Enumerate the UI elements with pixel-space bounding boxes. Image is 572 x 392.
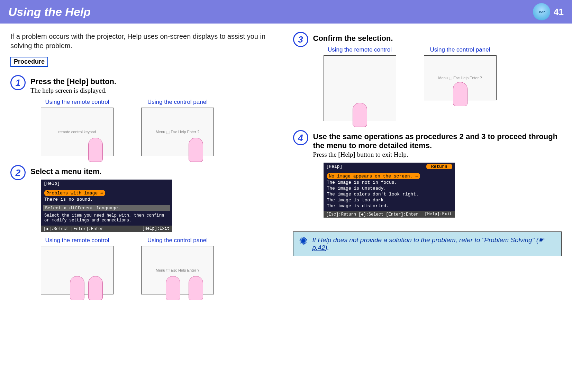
intro-text: If a problem occurs with the projector, … bbox=[10, 32, 279, 51]
step-4-subtitle: Press the [Help] button to exit Help. bbox=[313, 151, 562, 158]
step-1-subtitle: The help screen is displayed. bbox=[30, 87, 279, 94]
top-nav-block: TOP 41 bbox=[533, 3, 564, 20]
remote-control-illustration: remote control keypad bbox=[41, 108, 114, 156]
help-item: The image is distorted. bbox=[326, 203, 453, 209]
remote-caption: Using the remote control bbox=[324, 46, 396, 53]
top-icon[interactable]: TOP bbox=[533, 3, 550, 20]
help-item: The image is unsteady. bbox=[326, 185, 453, 191]
finger-pointer-icon bbox=[70, 276, 84, 300]
procedure-heading: Procedure bbox=[10, 57, 48, 67]
help-hint: Select the item you need help with, then… bbox=[43, 212, 170, 224]
help-item: There is no sound. bbox=[43, 197, 170, 202]
help-footer-left: [Esc]:Return [◆]:Select [Enter]:Enter bbox=[326, 212, 418, 217]
finger-pointer-icon bbox=[166, 276, 180, 300]
help-item-grey: Select a different language. bbox=[43, 205, 170, 211]
panel-controls-label: Menu ⬚ Esc Help Enter ? bbox=[438, 76, 482, 80]
left-column: If a problem occurs with the projector, … bbox=[10, 32, 279, 303]
remote-keypad-label: remote control keypad bbox=[58, 130, 96, 134]
help-item-selected: No image appears on the screen. ⏎ bbox=[327, 173, 420, 179]
help-item: The image is too dark. bbox=[326, 197, 453, 203]
panel-caption: Using the control panel bbox=[424, 46, 497, 53]
step-number-2: 2 bbox=[10, 165, 26, 180]
help-footer-right: [Help]:Exit bbox=[425, 212, 452, 217]
step-3: 3 Confirm the selection. Using the remot… bbox=[293, 32, 562, 121]
finger-pointer-icon bbox=[189, 138, 203, 162]
finger-pointer-icon bbox=[88, 276, 103, 300]
help-menu-screenshot-2: [Help] Return No image appears on the sc… bbox=[324, 163, 455, 218]
finger-pointer-icon bbox=[189, 276, 203, 300]
page-title: Using the Help bbox=[8, 5, 91, 19]
panel-controls-label: Menu ⬚ Esc Help Enter ? bbox=[156, 268, 199, 273]
tip-text-after: ). bbox=[325, 244, 329, 251]
help-item: The image is not in focus. bbox=[326, 180, 453, 185]
lightbulb-icon: ✺ bbox=[299, 236, 308, 246]
panel-caption: Using the control panel bbox=[141, 237, 214, 244]
help-title: [Help] bbox=[326, 164, 343, 169]
remote-control-illustration bbox=[41, 246, 114, 294]
step-4: 4 Use the same operations as procedures … bbox=[293, 130, 562, 222]
help-menu-screenshot-1: [Help] Problems with image ⏎ There is no… bbox=[41, 180, 172, 232]
step-3-title: Confirm the selection. bbox=[313, 34, 562, 43]
remote-control-illustration bbox=[324, 55, 396, 121]
step-1: 1 Press the [Help] button. The help scre… bbox=[10, 75, 279, 156]
help-footer-right: [Help]:Exit bbox=[142, 226, 170, 231]
right-column: 3 Confirm the selection. Using the remot… bbox=[293, 32, 562, 303]
top-icon-label: TOP bbox=[538, 10, 545, 13]
finger-pointer-icon bbox=[353, 103, 367, 127]
help-item: The image colors don't look right. bbox=[326, 191, 453, 197]
tip-page-link[interactable]: p.42 bbox=[312, 244, 325, 251]
help-item-selected: Problems with image ⏎ bbox=[44, 190, 105, 196]
page-number: 41 bbox=[554, 7, 564, 17]
step-number-1: 1 bbox=[10, 75, 26, 90]
finger-pointer-icon bbox=[88, 138, 103, 162]
step-2: 2 Select a menu item. [Help] Problems wi… bbox=[10, 165, 279, 294]
step-number-4: 4 bbox=[293, 130, 308, 145]
help-footer-left: [◆]:Select [Enter]:Enter bbox=[44, 226, 103, 231]
control-panel-illustration: Menu ⬚ Esc Help Enter ? bbox=[141, 246, 214, 294]
tip-text-before: If Help does not provide a solution to t… bbox=[312, 236, 539, 244]
panel-caption: Using the control panel bbox=[141, 99, 214, 106]
help-title: [Help] bbox=[44, 181, 60, 186]
tip-callout: ✺ If Help does not provide a solution to… bbox=[293, 231, 562, 256]
step-4-title: Use the same operations as procedures 2 … bbox=[313, 132, 562, 150]
step-2-title: Select a menu item. bbox=[30, 167, 279, 176]
remote-caption: Using the remote control bbox=[41, 99, 114, 106]
step-number-3: 3 bbox=[293, 32, 308, 47]
control-panel-illustration: Menu ⬚ Esc Help Enter ? bbox=[141, 108, 214, 156]
step-1-title: Press the [Help] button. bbox=[30, 77, 279, 86]
finger-pointer-icon bbox=[453, 82, 467, 106]
help-return-badge: Return bbox=[426, 164, 452, 169]
tip-text: If Help does not provide a solution to t… bbox=[312, 236, 556, 252]
header-bar: Using the Help TOP 41 bbox=[0, 0, 572, 24]
remote-caption: Using the remote control bbox=[41, 237, 114, 244]
control-panel-illustration: Menu ⬚ Esc Help Enter ? bbox=[424, 55, 497, 100]
panel-controls-label: Menu ⬚ Esc Help Enter ? bbox=[156, 130, 199, 134]
